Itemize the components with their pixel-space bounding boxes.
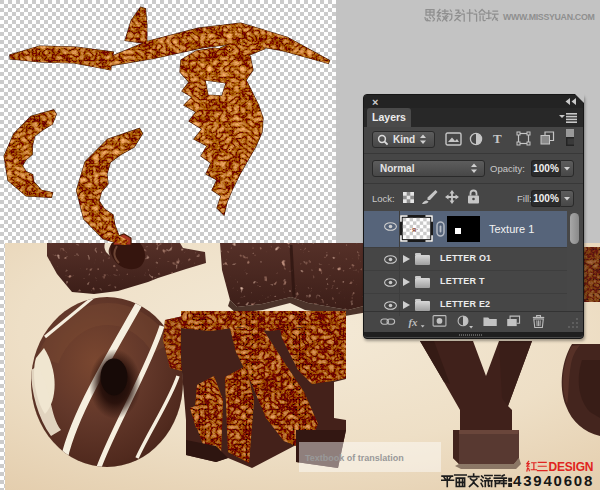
svg-text:43940608: 43940608 [513,473,594,488]
svg-text:WWW.MISSYUAN.COM: WWW.MISSYUAN.COM [503,12,594,22]
svg-text:Textbook of translation: Textbook of translation [305,453,404,463]
svg-text:fx: fx [408,316,418,328]
svg-text:T: T [493,131,502,146]
svg-text:DESIGN: DESIGN [549,460,594,474]
svg-text:·я·: ·я· [409,225,418,234]
